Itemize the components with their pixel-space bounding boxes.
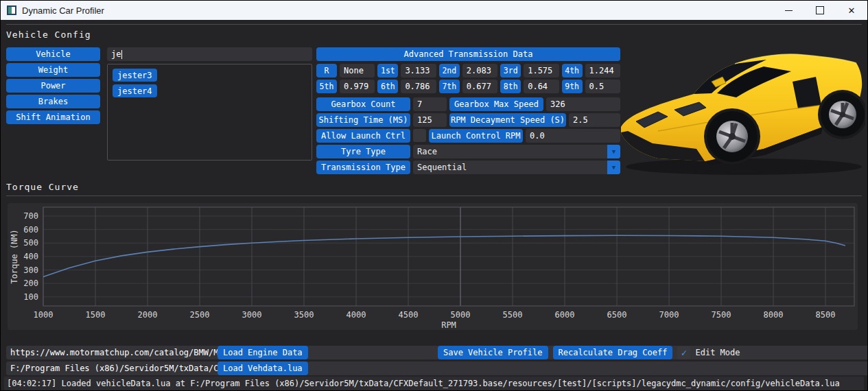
- gear-ratio-field-1st[interactable]: 3.133: [401, 64, 436, 78]
- gear-ratio-field-7th[interactable]: 0.677: [462, 80, 497, 93]
- window-titlebar: Dynamic Car Profiler ✕: [1, 1, 867, 20]
- vehicle-result-jester4[interactable]: jester4: [113, 84, 157, 97]
- svg-text:5500: 5500: [503, 310, 523, 320]
- torque-separator: [6, 196, 862, 196]
- status-bar: [04:02:17] Loaded vehicleData.lua at F:/…: [4, 377, 864, 390]
- rpm-decayment-field[interactable]: [569, 113, 620, 127]
- allow-launch-ctrl-label-button[interactable]: Allow Launch Ctrl: [316, 129, 410, 143]
- gear-label-button-r[interactable]: R: [316, 64, 337, 78]
- gear-ratio-grid: RNone1st3.1332nd2.0833rd1.5754th1.2445th…: [316, 64, 620, 93]
- save-vehicle-profile-button[interactable]: Save Vehicle Profile: [438, 346, 548, 359]
- svg-text:7000: 7000: [659, 310, 679, 320]
- gear-label-button-3rd[interactable]: 3rd: [500, 64, 521, 78]
- svg-text:8500: 8500: [816, 310, 836, 320]
- sidebar-item-weight[interactable]: Weight: [6, 63, 100, 77]
- text-caret: [121, 50, 122, 59]
- tyre-type-value: Race: [417, 147, 437, 156]
- gear-label-button-6th[interactable]: 6th: [377, 80, 398, 93]
- tyre-type-combo[interactable]: Race ▼: [413, 145, 620, 158]
- section-label-vehicle-config: Vehicle Config: [6, 29, 91, 40]
- vehicle-results-panel: jester3jester4: [107, 64, 312, 161]
- shifting-time-label-button[interactable]: Shifting Time (MS): [316, 113, 410, 127]
- torque-curve-chart: 1002003004005006007001000150020002500300…: [8, 203, 858, 330]
- gear-label-button-7th[interactable]: 7th: [439, 80, 460, 93]
- sidebar-item-shift-animation[interactable]: Shift Animation: [6, 110, 100, 124]
- close-icon: ✕: [848, 6, 856, 15]
- advanced-transmission-header-button[interactable]: Advanced Transmission Data: [316, 47, 620, 61]
- gear-label-button-1st[interactable]: 1st: [377, 64, 398, 78]
- svg-text:1000: 1000: [34, 310, 54, 320]
- gearbox-count-label-button[interactable]: Gearbox Count: [316, 97, 410, 111]
- app-window: Dynamic Car Profiler ✕ Vehicle Config Ve…: [0, 0, 868, 391]
- svg-text:Torque (NM): Torque (NM): [10, 229, 19, 283]
- svg-text:3000: 3000: [242, 310, 262, 320]
- svg-text:6500: 6500: [607, 310, 627, 320]
- transmission-type-combo[interactable]: Sequential ▼: [413, 161, 620, 174]
- svg-text:300: 300: [23, 265, 38, 275]
- status-text: [04:02:17] Loaded vehicleData.lua at F:/…: [7, 379, 840, 388]
- launch-control-rpm-label-button[interactable]: Launch Control RPM: [429, 129, 523, 143]
- svg-text:4000: 4000: [347, 310, 366, 320]
- svg-text:8000: 8000: [764, 310, 784, 320]
- minimize-icon: [785, 10, 793, 11]
- sidebar: VehicleWeightPowerBrakesShift Animation: [6, 47, 100, 124]
- gear-ratio-field-3rd[interactable]: 1.575: [524, 64, 559, 78]
- vehicle-search-input[interactable]: je: [107, 47, 312, 61]
- close-button[interactable]: ✕: [836, 1, 867, 20]
- window-title: Dynamic Car Profiler: [22, 5, 104, 16]
- shifting-time-field[interactable]: [413, 113, 447, 127]
- gear-label-button-5th[interactable]: 5th: [316, 80, 337, 93]
- gear-ratio-field-2nd[interactable]: 2.083: [462, 64, 497, 78]
- load-engine-data-button[interactable]: Load Engine Data: [218, 346, 308, 359]
- sidebar-item-vehicle[interactable]: Vehicle: [6, 47, 100, 61]
- svg-text:2000: 2000: [138, 310, 158, 320]
- edit-mode-checkbox[interactable]: ✓: [677, 346, 690, 359]
- svg-text:7500: 7500: [712, 310, 731, 320]
- gearbox-max-speed-label-button[interactable]: Gearbox Max Speed: [449, 97, 543, 111]
- vehicle-result-jester3[interactable]: jester3: [113, 69, 157, 82]
- allow-launch-ctrl-checkbox[interactable]: ✓: [413, 129, 426, 142]
- maximize-button[interactable]: [804, 1, 836, 20]
- svg-text:600: 600: [23, 225, 38, 235]
- transmission-type-label-button[interactable]: Transmission Type: [316, 161, 410, 174]
- svg-text:2500: 2500: [190, 310, 210, 320]
- svg-text:200: 200: [23, 279, 38, 288]
- gearbox-max-speed-field[interactable]: [546, 97, 620, 111]
- svg-text:6000: 6000: [555, 310, 575, 320]
- gear-ratio-field-5th[interactable]: 0.979: [340, 80, 375, 93]
- checkmark-icon: ✓: [681, 347, 687, 358]
- transmission-type-value: Sequential: [417, 163, 467, 172]
- svg-text:100: 100: [23, 292, 38, 302]
- gear-label-button-4th[interactable]: 4th: [562, 64, 583, 78]
- gear-ratio-field-8th[interactable]: 0.64: [524, 80, 559, 93]
- gear-ratio-field-4th[interactable]: 1.244: [585, 64, 620, 78]
- sidebar-item-brakes[interactable]: Brakes: [6, 95, 100, 108]
- vehicle-search-value: je: [111, 49, 121, 59]
- gear-label-button-2nd[interactable]: 2nd: [439, 64, 460, 78]
- app-icon: [7, 5, 16, 15]
- svg-text:5000: 5000: [451, 310, 471, 320]
- rpm-decayment-label-button[interactable]: RPM Decayment Speed (S): [449, 113, 566, 127]
- section-label-torque-curve: Torque Curve: [6, 182, 79, 192]
- load-vehdata-button[interactable]: Load Vehdata.lua: [218, 362, 308, 375]
- svg-text:1500: 1500: [86, 310, 106, 320]
- sidebar-item-power[interactable]: Power: [6, 79, 100, 93]
- torque-curve-panel: 1002003004005006007001000150020002500300…: [8, 203, 858, 330]
- gearbox-count-field[interactable]: [413, 97, 447, 111]
- gear-ratio-field-r[interactable]: None: [340, 64, 375, 78]
- svg-text:700: 700: [23, 211, 38, 221]
- gear-ratio-field-6th[interactable]: 0.786: [401, 80, 436, 93]
- recalculate-drag-coeff-button[interactable]: Recalculate Drag Coeff: [553, 346, 673, 359]
- vehdata-path-input[interactable]: [6, 362, 868, 375]
- gear-ratio-field-9th[interactable]: 0.5: [585, 80, 620, 93]
- tyre-type-label-button[interactable]: Tyre Type: [316, 145, 410, 158]
- svg-text:500: 500: [23, 238, 38, 248]
- gear-label-button-8th[interactable]: 8th: [500, 80, 521, 93]
- gear-label-button-9th[interactable]: 9th: [562, 80, 583, 93]
- top-separator: [6, 24, 862, 25]
- minimize-button[interactable]: [773, 1, 804, 20]
- svg-text:RPM: RPM: [441, 320, 456, 330]
- launch-control-rpm-field[interactable]: [526, 129, 620, 143]
- svg-text:4500: 4500: [399, 310, 419, 320]
- vehicle-preview-image: [617, 40, 865, 178]
